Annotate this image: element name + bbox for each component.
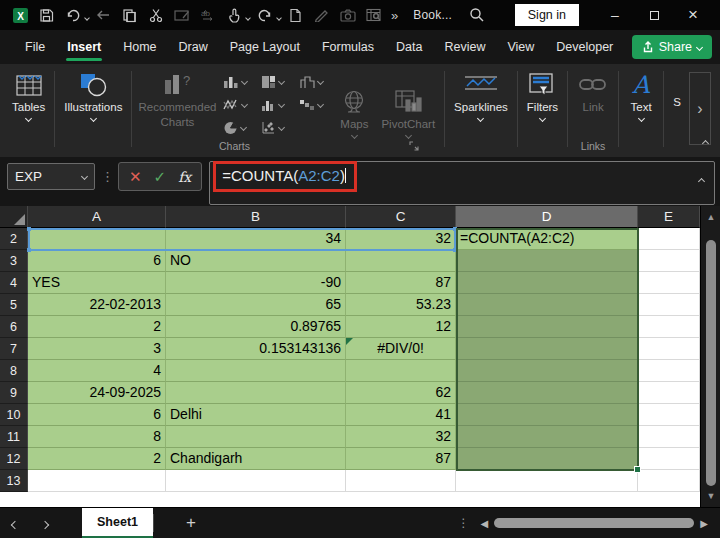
cell-C5[interactable]: 53.23 <box>346 294 456 316</box>
cell-C2[interactable]: 32 <box>346 228 456 250</box>
line-chart-button[interactable] <box>219 98 257 111</box>
tab-view[interactable]: View <box>496 30 545 64</box>
cell-C6[interactable]: 12 <box>346 316 456 338</box>
cell-B5[interactable]: 65 <box>166 294 346 316</box>
scatter-chart-button[interactable] <box>257 121 295 135</box>
cell-B11[interactable] <box>166 426 346 448</box>
sheet-tab[interactable]: Sheet1 <box>82 508 153 538</box>
cell-E3[interactable] <box>638 250 700 272</box>
cell-E9[interactable] <box>638 382 700 404</box>
cell-A5[interactable]: 22-02-2013 <box>28 294 166 316</box>
cell-C4[interactable]: 87 <box>346 272 456 294</box>
cell-B10[interactable]: Delhi <box>166 404 346 426</box>
cell-A8[interactable]: 4 <box>28 360 166 382</box>
tab-formulas[interactable]: Formulas <box>311 30 385 64</box>
cell-A10[interactable]: 6 <box>28 404 166 426</box>
sparklines-button[interactable]: Sparklines <box>448 68 514 121</box>
cell-D7[interactable] <box>456 338 638 360</box>
cell-B4[interactable]: -90 <box>166 272 346 294</box>
filters-button[interactable]: Filters <box>521 68 564 121</box>
cell-C11[interactable]: 32 <box>346 426 456 448</box>
tables-button[interactable]: Tables <box>6 68 51 121</box>
cell-C10[interactable]: 41 <box>346 404 456 426</box>
column-header-D[interactable]: D <box>456 206 638 228</box>
cell-E7[interactable] <box>638 338 700 360</box>
pie-chart-button[interactable] <box>219 121 257 135</box>
redo-icon[interactable] <box>254 4 275 26</box>
redo-dropdown-icon[interactable] <box>277 6 281 24</box>
cell-D12[interactable] <box>456 448 638 470</box>
cell-A13[interactable] <box>28 470 166 492</box>
formula-bar-grip[interactable]: ⋮ <box>95 161 118 184</box>
horizontal-scroll-thumb[interactable] <box>494 518 694 528</box>
undo-dropdown-icon[interactable] <box>85 6 89 24</box>
sheetbar-grip[interactable]: ⋮ <box>458 516 471 530</box>
horizontal-scrollbar[interactable]: ◀ ▶ <box>481 518 708 529</box>
row-header-10[interactable]: 10 <box>0 404 28 426</box>
scroll-down-icon[interactable]: ▼ <box>701 491 720 501</box>
cell-E10[interactable] <box>638 404 700 426</box>
row-header-3[interactable]: 3 <box>0 250 28 272</box>
cell-A11[interactable]: 8 <box>28 426 166 448</box>
cell-D5[interactable] <box>456 294 638 316</box>
tab-file[interactable]: File <box>14 30 56 64</box>
symbols-button-partial[interactable]: S <box>667 68 687 108</box>
close-button[interactable]: × <box>676 1 710 29</box>
touch-mode-icon[interactable] <box>223 4 244 26</box>
cell-C13[interactable] <box>346 470 456 492</box>
cell-D10[interactable] <box>456 404 638 426</box>
cell-D9[interactable] <box>456 382 638 404</box>
copy-icon[interactable] <box>119 4 140 26</box>
sign-in-button[interactable]: Sign in <box>515 4 579 26</box>
cell-B3[interactable]: NO <box>166 250 346 272</box>
cell-B8[interactable] <box>166 360 346 382</box>
scroll-left-icon[interactable]: ◀ <box>481 518 489 529</box>
search-icon[interactable] <box>467 4 488 26</box>
cell-D3[interactable] <box>456 250 638 272</box>
column-header-A[interactable]: A <box>28 206 166 228</box>
column-header-C[interactable]: C <box>346 206 456 228</box>
prev-sheet-icon[interactable] <box>0 516 30 531</box>
select-all-corner[interactable] <box>0 206 28 228</box>
illustrations-button[interactable]: Illustrations <box>58 68 128 121</box>
cell-C9[interactable]: 62 <box>346 382 456 404</box>
cell-C7[interactable]: #DIV/0! <box>346 338 456 360</box>
maximize-button[interactable] <box>637 1 671 29</box>
waterfall-chart-button[interactable] <box>295 98 333 112</box>
scroll-up-icon[interactable]: ▲ <box>701 212 720 222</box>
treemap-chart-button[interactable] <box>257 75 295 89</box>
save-icon[interactable] <box>36 4 57 26</box>
vertical-scrollbar[interactable]: ▲ ▼ <box>700 206 720 507</box>
cell-D4[interactable] <box>456 272 638 294</box>
confirm-entry-icon[interactable]: ✓ <box>154 168 167 186</box>
cell-E2[interactable] <box>638 228 700 250</box>
tab-page-layout[interactable]: Page Layout <box>219 30 311 64</box>
cell-B2[interactable]: 34 <box>166 228 346 250</box>
cell-E8[interactable] <box>638 360 700 382</box>
cell-A12[interactable]: 2 <box>28 448 166 470</box>
cell-E11[interactable] <box>638 426 700 448</box>
cell-C8[interactable] <box>346 360 456 382</box>
row-header-13[interactable]: 13 <box>0 470 28 492</box>
next-sheet-icon[interactable] <box>30 516 60 531</box>
tab-home[interactable]: Home <box>112 30 167 64</box>
minimize-button[interactable]: – <box>598 1 632 29</box>
row-header-9[interactable]: 9 <box>0 382 28 404</box>
row-header-11[interactable]: 11 <box>0 426 28 448</box>
tab-data[interactable]: Data <box>385 30 433 64</box>
cell-D2[interactable]: =COUNTA(A2:C2) <box>456 228 638 250</box>
cell-B7[interactable]: 0.153143136 <box>166 338 346 360</box>
insert-function-icon[interactable]: fx <box>178 169 191 185</box>
cell-E13[interactable] <box>638 470 700 492</box>
collapse-formula-bar-icon[interactable] <box>699 170 704 187</box>
cell-E4[interactable] <box>638 272 700 294</box>
cell-B9[interactable] <box>166 382 346 404</box>
vertical-scroll-thumb[interactable] <box>706 240 716 486</box>
cell-D13[interactable] <box>456 470 638 492</box>
add-sheet-button[interactable]: + <box>186 513 196 533</box>
cell-A7[interactable]: 3 <box>28 338 166 360</box>
cell-D8[interactable] <box>456 360 638 382</box>
cell-A2[interactable] <box>28 228 166 250</box>
cell-B13[interactable] <box>166 470 346 492</box>
cell-A9[interactable]: 24-09-2025 <box>28 382 166 404</box>
